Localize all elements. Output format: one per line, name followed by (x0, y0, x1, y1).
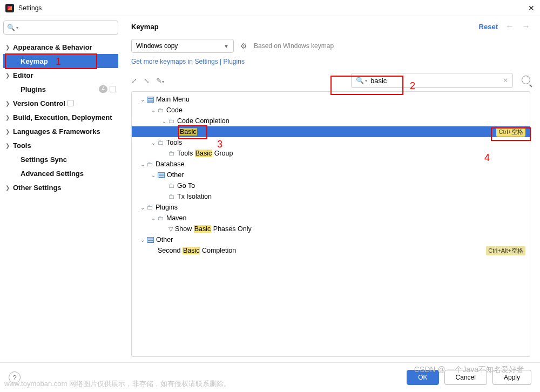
chevron-down-icon: ⌄ (149, 215, 158, 221)
app-logo-icon (5, 4, 14, 12)
chevron-right-icon: ❯ (5, 72, 13, 78)
find-shortcut-icon[interactable] (522, 76, 530, 86)
sidebar-item-label: Tools (13, 141, 31, 150)
chevron-down-icon: ⌄ (138, 205, 147, 211)
tree-row[interactable]: BasicCtrl+空格 (132, 126, 530, 137)
chevron-down-icon: ▼ (224, 43, 229, 49)
tree-row[interactable]: 🗀Tx Isolation (132, 191, 530, 202)
shortcut-badge: Ctrl+Alt+空格 (486, 246, 525, 255)
based-on-label: Based on Windows keymap (254, 42, 334, 50)
tree-row-label: Other (156, 236, 173, 244)
titlebar: Settings ✕ (0, 0, 540, 16)
sidebar-item-label: Keymap (21, 57, 48, 65)
folder-icon: 🗀 (158, 214, 164, 222)
sidebar-item-plugins[interactable]: ❯Plugins4 (3, 82, 118, 96)
sidebar-item-languages-frameworks[interactable]: ❯Languages & Frameworks (3, 124, 118, 138)
actions-tree[interactable]: ⌄Main Menu⌄🗀Code⌄🗀Code CompletionBasicCt… (131, 91, 530, 357)
edit-icon[interactable]: ✎▾ (156, 77, 164, 85)
tree-row-label: Go To (177, 182, 195, 190)
settings-content: Keymap Reset ← → Windows copy ▼ ⚙ Based … (122, 16, 540, 362)
keymap-dropdown[interactable]: Windows copy ▼ (131, 39, 234, 53)
tree-row[interactable]: 🗀Tools Basic Group (132, 148, 530, 159)
context-icon (110, 86, 116, 92)
sidebar-item-advanced-settings[interactable]: ❯Advanced Settings (3, 166, 118, 180)
sidebar-item-settings-sync[interactable]: ❯Settings Sync (3, 152, 118, 166)
tree-row[interactable]: ⌄🗀Code Completion (132, 116, 530, 126)
chevron-right-icon: ❯ (5, 44, 13, 50)
tree-row[interactable]: ⌄🗀Plugins (132, 202, 530, 213)
get-more-keymaps-link[interactable]: Get more keymaps in Settings | Plugins (131, 58, 245, 65)
close-icon[interactable]: ✕ (528, 4, 535, 12)
sidebar-item-label: Settings Sync (21, 156, 67, 164)
tree-row[interactable]: ⌄Other (132, 170, 530, 180)
watermark-footer: www.toymoban.com 网络图片仅供展示，非存储，如有侵权请联系删除。 (4, 379, 231, 389)
tree-row-label: Tools (166, 139, 182, 146)
tree-row[interactable]: ⌄Main Menu (132, 94, 530, 105)
folder-icon: 🗀 (168, 182, 175, 190)
page-title: Keymap (131, 23, 159, 31)
tree-row[interactable]: 🗀Go To (132, 180, 530, 191)
tree-row-label: Code (166, 106, 183, 114)
tree-row-label: Show Basic Phases Only (175, 225, 252, 233)
tree-row[interactable]: ⌄🗀Code (132, 105, 530, 116)
action-search-field[interactable] (369, 76, 503, 85)
search-icon: 🔍 (7, 24, 15, 31)
tree-row[interactable]: ⌄🗀Database (132, 159, 530, 170)
gear-icon[interactable]: ⚙ (240, 42, 247, 50)
tree-row-label: Plugins (156, 204, 178, 211)
sidebar-item-label: Appearance & Behavior (13, 43, 92, 51)
expand-icon[interactable]: ⤢ (131, 77, 137, 85)
action-search-input[interactable]: 🔍 ▾ ✕ (351, 73, 513, 88)
tree-row[interactable]: ⌄Other (132, 234, 530, 245)
tree-row-label: Database (156, 160, 185, 168)
chevron-right-icon: ❯ (5, 100, 13, 106)
tree-row[interactable]: ▽Show Basic Phases Only (132, 224, 530, 234)
folder-icon: 🗀 (168, 193, 175, 200)
sidebar-item-editor[interactable]: ❯Editor (3, 68, 118, 82)
sidebar-item-version-control[interactable]: ❯Version Control (3, 96, 118, 110)
tree-row-label: Tools Basic Group (177, 150, 233, 157)
menu-icon (158, 172, 165, 178)
menu-icon (147, 237, 154, 243)
tree-row-label: Other (167, 171, 184, 179)
sidebar-item-build-execution-deployment[interactable]: ❯Build, Execution, Deployment (3, 110, 118, 124)
collapse-icon[interactable]: ⤡ (144, 77, 150, 85)
sidebar-item-tools[interactable]: ❯Tools (3, 138, 118, 152)
shortcut-badge: Ctrl+空格 (496, 127, 525, 137)
reset-link[interactable]: Reset (479, 23, 498, 31)
search-icon: 🔍 (356, 77, 364, 84)
sidebar-item-label: Version Control (13, 99, 65, 107)
chevron-right-icon: ❯ (5, 143, 13, 148)
sidebar-item-appearance-behavior[interactable]: ❯Appearance & Behavior (3, 40, 118, 54)
sidebar-item-keymap[interactable]: ❯Keymap (3, 54, 118, 68)
context-icon (68, 100, 74, 106)
chevron-down-icon: ▾ (365, 78, 367, 83)
tree-row[interactable]: ⌄🗀Maven (132, 213, 530, 224)
sidebar-item-label: Plugins (21, 85, 46, 93)
clear-icon[interactable]: ✕ (503, 77, 508, 84)
tree-row-label: Basic (179, 128, 197, 136)
window-title: Settings (18, 4, 42, 12)
tree-row-label: Main Menu (156, 96, 190, 103)
chevron-down-icon: ⌄ (138, 97, 147, 103)
tree-row[interactable]: ⌄🗀Tools (132, 137, 530, 148)
sidebar-item-other-settings[interactable]: ❯Other Settings (3, 180, 118, 194)
chevron-down-icon: ⌄ (138, 161, 147, 167)
watermark-csdn: CSDN @ 一个Java不知名爱好者 (414, 365, 524, 375)
chevron-down-icon: ▾ (16, 25, 18, 30)
chevron-right-icon: ❯ (5, 185, 13, 191)
folder-icon: 🗀 (158, 106, 164, 114)
filter-icon: ▽ (168, 226, 173, 233)
sidebar-item-label: Languages & Frameworks (13, 127, 100, 136)
sidebar-item-label: Build, Execution, Deployment (13, 113, 112, 121)
dropdown-value: Windows copy (136, 42, 178, 50)
tree-row-label: Tx Isolation (177, 193, 212, 200)
sidebar-search-input[interactable]: 🔍 ▾ (3, 21, 118, 35)
chevron-right-icon: ❯ (5, 129, 13, 134)
chevron-down-icon: ⌄ (149, 140, 158, 146)
tree-row[interactable]: Second Basic CompletionCtrl+Alt+空格 (132, 245, 530, 256)
sidebar-item-label: Other Settings (13, 184, 62, 192)
menu-icon (147, 97, 154, 103)
badge: 4 (99, 85, 107, 93)
folder-icon: 🗀 (168, 117, 175, 125)
